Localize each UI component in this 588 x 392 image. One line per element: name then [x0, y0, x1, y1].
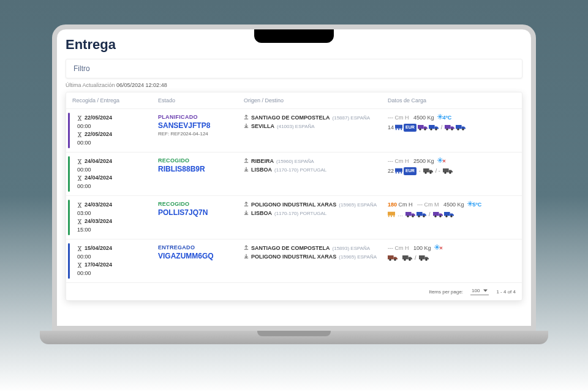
shipment-ref: REF: REF2024-04-124 — [158, 131, 244, 137]
svg-point-43 — [389, 259, 391, 261]
col-header-route: Origen / Destino — [244, 97, 388, 104]
svg-point-8 — [430, 129, 432, 130]
truck-icon — [456, 124, 466, 130]
svg-point-6 — [424, 129, 426, 130]
destination-icon — [244, 254, 249, 258]
destination-icon — [244, 123, 249, 128]
truck-icon — [388, 255, 398, 261]
svg-rect-16 — [395, 168, 402, 172]
svg-point-44 — [394, 259, 396, 261]
table-row: 22/05/2024 00:00 22/05/2024 00:00 PLANIF… — [66, 109, 522, 153]
svg-point-46 — [404, 259, 405, 261]
svg-point-41 — [450, 216, 452, 217]
truck-icon — [443, 168, 453, 174]
svg-point-11 — [447, 129, 448, 130]
snowflake-icon — [467, 201, 473, 206]
svg-rect-0 — [395, 125, 402, 129]
svg-point-49 — [420, 259, 422, 261]
snowflake-icon — [437, 114, 443, 119]
svg-rect-42 — [388, 255, 394, 259]
origin-icon — [244, 245, 249, 250]
origin-icon — [244, 158, 249, 163]
svg-rect-23 — [443, 168, 449, 172]
table-row: 24/04/2024 00:00 24/04/2024 00:00 RECOGI… — [66, 153, 522, 196]
status-badge: RECOGIDO — [158, 201, 244, 207]
status-bar — [68, 113, 70, 148]
truck-icon — [402, 255, 412, 261]
svg-point-37 — [434, 216, 436, 217]
status-badge: PLANIFICADO — [158, 114, 244, 120]
truck-icon — [417, 211, 426, 217]
date-cell: 15/04/2024 00:00 17/04/2024 00:00 — [72, 244, 158, 277]
items-per-page-label: Items per page: — [429, 289, 463, 295]
truck-icon — [444, 211, 454, 217]
date-cell: 24/04/2024 00:00 24/04/2024 00:00 — [72, 157, 158, 190]
svg-point-5 — [419, 129, 421, 130]
hourglass-icon — [77, 246, 82, 251]
hourglass-icon — [77, 263, 82, 268]
svg-rect-45 — [402, 255, 409, 259]
svg-rect-27 — [388, 216, 390, 217]
status-badge: RECOGIDO — [158, 157, 244, 164]
pallet-icon — [395, 124, 402, 130]
svg-rect-39 — [444, 212, 450, 216]
truck-icon — [423, 168, 433, 174]
svg-point-22 — [429, 172, 431, 174]
hourglass-icon — [77, 159, 82, 164]
hourglass-icon — [77, 132, 82, 137]
svg-rect-13 — [456, 125, 462, 129]
truck-icon — [418, 124, 428, 130]
pallet-icon — [395, 168, 402, 174]
svg-point-50 — [425, 259, 427, 261]
svg-point-31 — [407, 216, 409, 217]
svg-point-35 — [423, 216, 424, 217]
svg-point-34 — [418, 216, 420, 217]
page-range: 1 - 4 of 4 — [496, 289, 516, 295]
svg-point-21 — [424, 172, 426, 174]
table-pager: Items per page: 100 1 - 4 of 4 — [66, 283, 522, 300]
truck-icon — [405, 211, 415, 217]
state-cell: RECOGIDO RIBLIS88B9R — [158, 157, 244, 190]
hourglass-icon — [77, 176, 82, 181]
laptop-mockup: Entrega Filtro Última Actualización 06/0… — [40, 24, 548, 368]
filter-panel-toggle[interactable]: Filtro — [66, 59, 522, 78]
route-cell: SANTIAGO DE COMPOSTELA (15887) ESPAÑA SE… — [244, 114, 388, 147]
items-per-page-select[interactable]: 100 — [470, 288, 489, 295]
cargo-cell: --- Cm H 2500 Kg × 22EUR -/ - — [388, 157, 510, 190]
svg-point-40 — [445, 216, 447, 217]
pallet-icon — [388, 211, 395, 217]
svg-rect-19 — [401, 172, 402, 174]
origin-icon — [244, 115, 249, 119]
table-row: 24/03/2024 03:00 24/03/2024 15:00 RECOGI… — [66, 196, 522, 239]
svg-rect-3 — [401, 129, 402, 130]
destination-icon — [244, 210, 249, 215]
hourglass-icon — [77, 219, 82, 224]
truck-icon — [433, 211, 443, 217]
date-cell: 22/05/2024 00:00 22/05/2024 00:00 — [72, 114, 158, 147]
svg-rect-17 — [396, 172, 397, 174]
date-cell: 24/03/2024 03:00 24/03/2024 15:00 — [72, 201, 158, 234]
shipment-code-link[interactable]: POLLIS7JQ7N — [158, 208, 244, 217]
cargo-cell: --- Cm H 100 Kg × / — [388, 244, 510, 277]
table-row: 15/04/2024 00:00 17/04/2024 00:00 ENTREG… — [66, 239, 522, 283]
col-header-date: Recogida / Entrega — [72, 97, 158, 104]
shipment-code-link[interactable]: SANSEVJFTP8 — [158, 121, 244, 130]
svg-rect-10 — [445, 125, 451, 129]
shipment-code-link[interactable]: VIGAZUMM6GQ — [158, 252, 244, 260]
deliveries-table: Recogida / Entrega Estado Origen / Desti… — [66, 92, 522, 301]
cargo-cell: --- Cm H 4500 Kg 4ºC 14EUR / — [388, 114, 510, 147]
laptop-notch — [254, 29, 334, 43]
svg-rect-20 — [423, 168, 429, 172]
snowflake-icon — [437, 157, 443, 163]
truck-icon — [419, 255, 429, 261]
shipment-code-link[interactable]: RIBLIS88B9R — [158, 165, 244, 173]
status-bar — [68, 200, 70, 235]
status-bar — [68, 156, 70, 192]
svg-rect-18 — [398, 172, 399, 174]
svg-rect-26 — [388, 212, 395, 216]
cargo-cell: 180 Cm H --- Cm M 4500 Kg 5ºC …/ — [388, 201, 510, 234]
svg-rect-33 — [417, 212, 423, 216]
origin-icon — [244, 202, 249, 206]
hourglass-icon — [77, 116, 82, 121]
destination-icon — [244, 167, 249, 172]
